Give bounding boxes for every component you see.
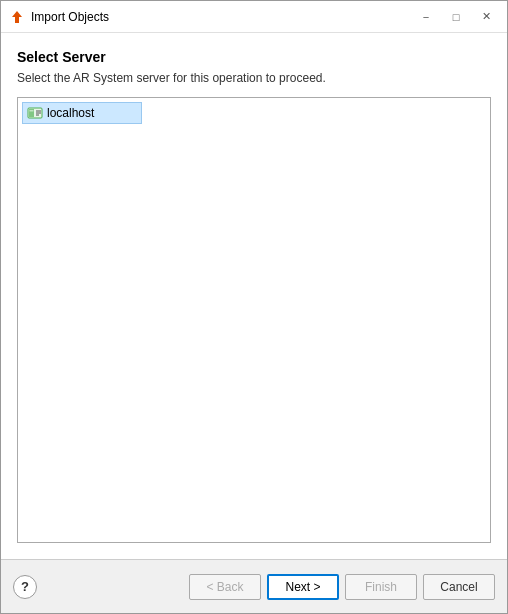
server-icon [27, 105, 43, 121]
minimize-button[interactable]: − [413, 6, 439, 28]
main-content: Select Server Select the AR System serve… [1, 33, 507, 559]
server-list[interactable]: localhost [17, 97, 491, 543]
back-button[interactable]: < Back [189, 574, 261, 600]
window-controls: − □ ✕ [413, 6, 499, 28]
server-list-item[interactable]: localhost [22, 102, 142, 124]
cancel-button[interactable]: Cancel [423, 574, 495, 600]
section-title: Select Server [17, 49, 491, 65]
bottom-bar: ? < Back Next > Finish Cancel [1, 559, 507, 613]
close-button[interactable]: ✕ [473, 6, 499, 28]
svg-rect-6 [30, 110, 34, 112]
finish-button[interactable]: Finish [345, 574, 417, 600]
maximize-button[interactable]: □ [443, 6, 469, 28]
section-description: Select the AR System server for this ope… [17, 71, 491, 85]
navigation-buttons: < Back Next > Finish Cancel [189, 574, 495, 600]
next-button[interactable]: Next > [267, 574, 339, 600]
window-title: Import Objects [31, 10, 413, 24]
titlebar: Import Objects − □ ✕ [1, 1, 507, 33]
app-icon [9, 9, 25, 25]
svg-marker-0 [12, 11, 22, 23]
server-item-label: localhost [47, 106, 94, 120]
help-button[interactable]: ? [13, 575, 37, 599]
